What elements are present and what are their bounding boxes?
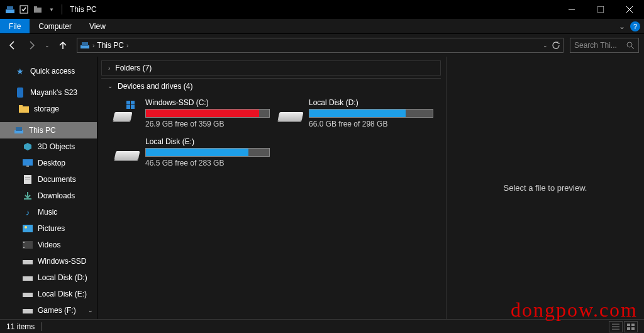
group-drives[interactable]: ⌄ Devices and drives (4) [101,78,441,93]
videos-icon [23,240,33,250]
chevron-right-icon: › [108,65,110,72]
sidebar-item-this-pc[interactable]: This PC [0,122,97,138]
view-details-button[interactable] [609,321,623,332]
documents-icon [23,174,33,184]
search-input[interactable]: Search Thi... [570,38,639,53]
nav-tree: ★Quick access Mayank's S23 storage This … [0,57,97,319]
window-title: This PC [70,5,97,14]
tab-computer[interactable]: Computer [30,19,80,33]
sidebar-item-3d-objects[interactable]: 3D Objects [0,138,97,155]
ribbon-expand-icon[interactable]: ⌄ [619,22,625,31]
drive-item[interactable]: Windows-SSD (C:) 26.9 GB free of 359 GB [110,96,274,131]
svg-rect-6 [597,6,604,13]
svg-rect-1 [7,6,13,10]
svg-line-12 [631,47,634,49]
svg-rect-41 [631,324,635,326]
group-folders[interactable]: › Folders (7) [101,60,441,76]
svg-rect-34 [131,101,135,104]
svg-rect-43 [631,327,635,330]
drive-icon [23,305,33,315]
drive-icon [23,289,33,299]
sidebar-item-pictures[interactable]: Pictures [0,220,97,237]
chevron-down-icon[interactable]: ⌄ [88,307,93,313]
svg-rect-33 [126,101,130,104]
sidebar-item-local-d[interactable]: Local Disk (D:) [0,269,97,286]
cube-icon [23,142,33,152]
svg-rect-13 [17,87,23,98]
sidebar-item-local-e[interactable]: Local Disk (E:) [0,286,97,302]
star-icon: ★ [15,66,25,76]
sidebar-item-games-f[interactable]: Games (F:)⌄ [0,302,97,319]
svg-rect-27 [23,242,25,243]
sidebar-item-videos[interactable]: Videos [0,237,97,253]
breadcrumb-this-pc[interactable]: This PC [97,41,124,50]
refresh-icon[interactable] [552,41,560,50]
drive-icon [23,273,33,283]
svg-rect-32 [23,309,33,313]
svg-rect-10 [82,42,88,46]
group-drives-label: Devices and drives (4) [118,82,192,91]
phone-icon [15,87,25,98]
drive-usage-bar [309,109,433,118]
maximize-button[interactable] [586,0,615,19]
sidebar-item-windows-ssd[interactable]: Windows-SSD [0,253,97,269]
svg-rect-18 [23,159,33,166]
sidebar-item-music[interactable]: ♪Music [0,204,97,220]
drive-name: Local Disk (E:) [145,137,270,146]
app-icon [5,4,15,14]
address-dropdown-icon[interactable]: ⌄ [543,42,548,48]
back-button[interactable] [5,38,20,53]
title-bar: ▼ This PC [0,0,644,19]
downloads-icon [23,191,33,201]
tab-view[interactable]: View [80,19,114,33]
chevron-right-icon[interactable]: › [126,42,128,49]
sidebar-item-downloads[interactable]: Downloads [0,188,97,204]
address-bar[interactable]: › This PC › ⌄ [77,38,564,53]
recent-dropdown-icon[interactable]: ⌄ [43,38,52,53]
view-large-button[interactable] [624,321,638,332]
drive-item[interactable]: Local Disk (E:) 46.5 GB free of 283 GB [110,135,274,170]
drive-item[interactable]: Local Disk (D:) 66.0 GB free of 298 GB [274,96,437,131]
status-bar: 11 items [0,319,644,333]
this-pc-icon [14,125,24,135]
chevron-down-icon: ⌄ [108,82,113,89]
drive-free-space: 26.9 GB free of 359 GB [145,120,270,128]
close-button[interactable] [615,0,644,19]
svg-rect-42 [627,327,630,330]
status-item-count: 11 items [6,322,35,331]
svg-point-11 [627,42,632,47]
svg-rect-24 [23,225,33,232]
qat-properties-icon[interactable] [19,4,29,14]
sidebar-item-phone[interactable]: Mayank's S23 [0,84,97,101]
sidebar-item-documents[interactable]: Documents [0,171,97,188]
sidebar-item-desktop[interactable]: Desktop [0,155,97,171]
tab-file[interactable]: File [0,19,30,33]
forward-button[interactable] [24,38,39,53]
minimize-button[interactable] [557,0,586,19]
help-icon[interactable]: ? [630,21,640,31]
drive-free-space: 66.0 GB free of 298 GB [309,120,433,128]
svg-rect-31 [23,293,33,297]
qat-newfolder-icon[interactable] [33,4,43,14]
sidebar-item-quick-access[interactable]: ★Quick access [0,63,97,79]
search-icon [626,42,635,50]
ribbon-tabs: File Computer View ⌄ ? [0,19,644,34]
svg-rect-40 [627,324,630,326]
search-placeholder: Search Thi... [574,41,626,50]
music-icon: ♪ [23,207,33,217]
drive-name: Windows-SSD (C:) [145,98,270,107]
svg-rect-36 [131,105,135,109]
drive-free-space: 46.5 GB free of 283 GB [145,159,270,167]
svg-rect-21 [25,177,30,178]
qat-dropdown-icon[interactable]: ▼ [47,4,57,14]
drive-usage-bar [145,148,270,157]
sidebar-item-storage[interactable]: storage [0,101,97,117]
svg-rect-28 [23,247,25,248]
nav-bar: ⌄ › This PC › ⌄ Search Thi... [0,34,644,57]
up-button[interactable] [55,38,70,53]
chevron-right-icon[interactable]: › [92,42,94,49]
svg-point-25 [25,226,27,229]
folder-icon [19,104,29,114]
preview-pane: Select a file to preview. [447,57,644,319]
preview-placeholder: Select a file to preview. [504,183,587,193]
